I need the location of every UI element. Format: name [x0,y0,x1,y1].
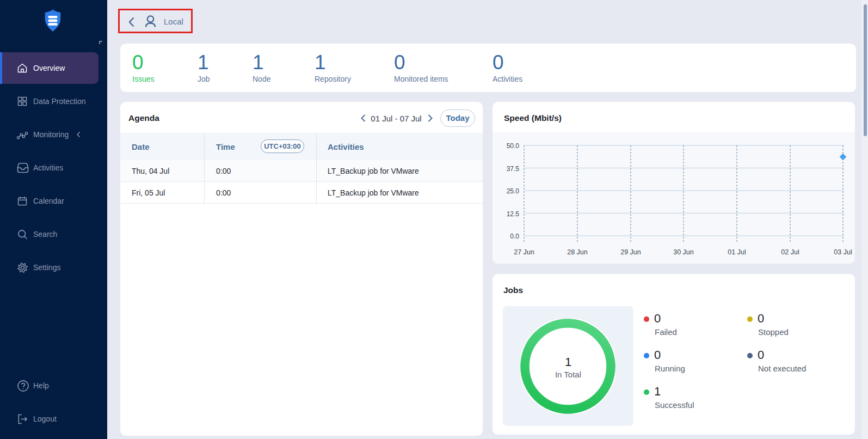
svg-text:03 Jul: 03 Jul [834,248,852,256]
svg-text:50.0: 50.0 [507,142,520,150]
svg-text:27 Jun: 27 Jun [514,248,534,256]
svg-text:37.5: 37.5 [507,165,520,173]
svg-text:12.5: 12.5 [507,210,520,218]
svg-text:30 Jun: 30 Jun [673,248,694,256]
svg-text:0.0: 0.0 [510,233,519,240]
svg-text:02 Jul: 02 Jul [781,248,799,256]
svg-text:25.0: 25.0 [507,187,520,195]
svg-text:01 Jul: 01 Jul [728,248,746,256]
svg-text:29 Jun: 29 Jun [620,248,641,256]
svg-text:28 Jun: 28 Jun [567,248,588,256]
